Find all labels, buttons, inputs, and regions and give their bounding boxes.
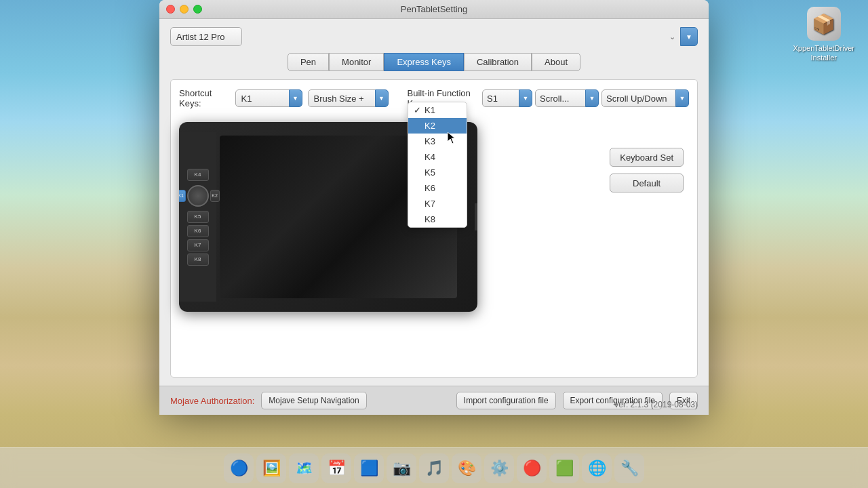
dropdown-item-k6[interactable]: K6 xyxy=(408,180,467,196)
tablet-right-nub xyxy=(475,203,477,230)
tab-monitor[interactable]: Monitor xyxy=(329,53,384,71)
maximize-button[interactable] xyxy=(193,5,202,14)
tab-bar: Pen Monitor Express Keys Calibration Abo… xyxy=(170,53,698,71)
shortcut-key-select-wrap: K1 ▼ xyxy=(235,89,302,107)
dock-photoshop[interactable]: 🎨 xyxy=(452,453,481,483)
keyboard-set-button[interactable]: Keyboard Set xyxy=(610,148,684,167)
tablet-dial[interactable] xyxy=(187,185,209,207)
dock-app11[interactable]: 🟩 xyxy=(549,453,579,483)
scroll-ud-arrow[interactable]: ▼ xyxy=(675,89,689,107)
scroll-select[interactable]: Scroll... xyxy=(535,89,586,107)
device-select-wrap: Artist 12 Pro xyxy=(170,27,681,46)
dropdown-item-k2[interactable]: K2 xyxy=(408,118,467,134)
right-actions: Keyboard Set Default xyxy=(610,148,684,192)
dock-finder[interactable]: 🔵 xyxy=(224,453,254,483)
scroll-select-arrow[interactable]: ▼ xyxy=(585,89,599,107)
tablet-key-k2[interactable]: K2 xyxy=(210,190,220,202)
dropdown-item-k4[interactable]: K4 xyxy=(408,149,467,165)
bottom-bar: Mojave Authorization: Mojave Setup Navig… xyxy=(159,386,709,415)
key-s1-arrow[interactable]: ▼ xyxy=(519,89,532,107)
shortcut-key-select[interactable]: K1 xyxy=(235,89,290,107)
close-button[interactable] xyxy=(166,5,175,14)
dropdown-item-k5[interactable]: K5 xyxy=(408,165,467,180)
tab-calibration[interactable]: Calibration xyxy=(464,53,532,71)
installer-icon-image: 📦 xyxy=(807,7,841,41)
tablet-key-k7[interactable]: K7 xyxy=(187,239,209,251)
tablet-key-k5[interactable]: K5 xyxy=(187,211,209,223)
scroll-select-wrap: Scroll... ▼ xyxy=(535,89,599,107)
key-s1-select[interactable]: S1 xyxy=(482,89,519,107)
scroll-ud-wrap: Scroll Up/Down ▼ xyxy=(601,89,689,107)
builtin-selects: S1 ▼ Scroll... ▼ Scroll Up/Down xyxy=(482,89,689,107)
shortcut-key-arrow[interactable]: ▼ xyxy=(289,89,302,107)
shortcut-keys-label: Shortcut Keys: xyxy=(179,88,227,108)
dock-calendar[interactable]: 📅 xyxy=(321,453,351,483)
shortcut-key-dropdown: K1 K2 K3 K4 K5 K6 K7 K8 xyxy=(408,102,467,228)
brush-select-arrow[interactable]: ▼ xyxy=(375,89,389,107)
default-button[interactable]: Default xyxy=(610,174,684,192)
brush-select[interactable]: Brush Size + xyxy=(308,89,376,107)
dock-app13[interactable]: 🔧 xyxy=(614,453,644,483)
minimize-button[interactable] xyxy=(180,5,189,14)
installer-label: XppenTabletDriverInstaller xyxy=(793,43,855,63)
dropdown-item-k1[interactable]: K1 xyxy=(408,102,467,118)
main-window: PenTabletSetting Artist 12 Pro ▼ Pen Mon… xyxy=(159,0,709,403)
import-config-button[interactable]: Import configuration file xyxy=(456,392,556,409)
scroll-ud-select[interactable]: Scroll Up/Down xyxy=(601,89,676,107)
mojave-setup-button[interactable]: Mojave Setup Navigation xyxy=(261,392,366,409)
dock: 🔵 🖼️ 🗺️ 📅 🟦 📷 🎵 🎨 ⚙️ 🔴 🟩 🌐 🔧 xyxy=(0,447,868,488)
key-s1-wrap: S1 ▼ xyxy=(482,89,532,107)
dock-app6[interactable]: 📷 xyxy=(387,453,416,483)
tablet-key-k1[interactable]: K1 xyxy=(179,190,186,202)
dock-app5[interactable]: 🟦 xyxy=(354,453,384,483)
dock-app12[interactable]: 🌐 xyxy=(582,453,612,483)
tablet-key-k8[interactable]: K8 xyxy=(187,253,209,266)
tablet-key-k6[interactable]: K6 xyxy=(187,225,209,237)
dock-app9[interactable]: ⚙️ xyxy=(484,453,514,483)
device-select-arrow[interactable]: ▼ xyxy=(680,27,698,46)
tablet-left-strip: K4 K1 K2 K5 K6 K7 K8 xyxy=(179,132,216,302)
tab-about[interactable]: About xyxy=(532,53,580,71)
dropdown-item-k3[interactable]: K3 xyxy=(408,134,467,149)
tab-express-keys[interactable]: Express Keys xyxy=(384,53,463,71)
dropdown-item-k8[interactable]: K8 xyxy=(408,211,467,227)
dock-maps[interactable]: 🗺️ xyxy=(289,453,319,483)
window-title: PenTabletSetting xyxy=(401,4,467,14)
tablet-key-k4[interactable]: K4 xyxy=(187,169,209,181)
dock-app10[interactable]: 🔴 xyxy=(517,453,547,483)
dock-photos[interactable]: 🖼️ xyxy=(256,453,286,483)
device-selector-row: Artist 12 Pro ▼ xyxy=(170,27,698,46)
device-select[interactable]: Artist 12 Pro xyxy=(170,27,242,46)
version-text: Ver: 2.1.3 (2019-08-03) xyxy=(614,400,698,409)
tab-pen[interactable]: Pen xyxy=(288,53,329,71)
installer-icon[interactable]: 📦 XppenTabletDriverInstaller xyxy=(793,7,855,63)
titlebar: PenTabletSetting xyxy=(159,0,709,19)
window-controls xyxy=(166,5,202,14)
brush-select-wrap: Brush Size + ▼ xyxy=(308,89,389,107)
dock-app7[interactable]: 🎵 xyxy=(419,453,449,483)
mojave-label: Mojave Authorization: xyxy=(170,396,254,406)
dropdown-item-k7[interactable]: K7 xyxy=(408,196,467,211)
